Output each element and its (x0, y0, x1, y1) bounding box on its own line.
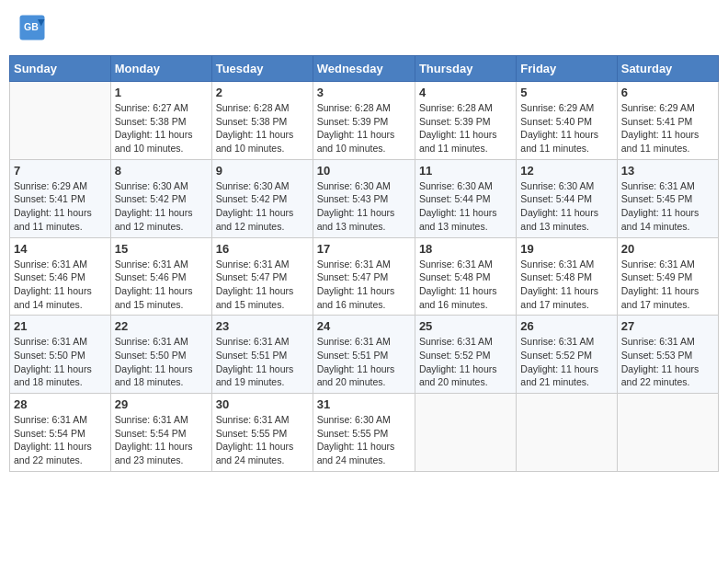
calendar-cell: 22Sunrise: 6:31 AMSunset: 5:50 PMDayligh… (110, 316, 211, 394)
logo-icon: GB (18, 14, 46, 41)
calendar-cell: 27Sunrise: 6:31 AMSunset: 5:53 PMDayligh… (617, 316, 718, 394)
day-number: 1 (115, 86, 208, 99)
calendar-header-wednesday: Wednesday (313, 56, 415, 82)
day-number: 19 (520, 242, 612, 256)
day-number: 18 (419, 242, 512, 256)
calendar-cell: 3Sunrise: 6:28 AMSunset: 5:39 PMDaylight… (313, 82, 415, 160)
calendar-header-friday: Friday (517, 56, 617, 82)
day-number: 28 (14, 397, 107, 411)
calendar-cell: 5Sunrise: 6:29 AMSunset: 5:40 PMDaylight… (517, 82, 617, 160)
day-info: Sunrise: 6:31 AMSunset: 5:51 PMDaylight:… (317, 335, 411, 389)
calendar-week-3: 14Sunrise: 6:31 AMSunset: 5:46 PMDayligh… (10, 237, 719, 316)
day-number: 13 (621, 164, 714, 178)
calendar-week-4: 21Sunrise: 6:31 AMSunset: 5:50 PMDayligh… (10, 316, 719, 394)
day-number: 26 (520, 319, 612, 333)
day-number: 5 (520, 86, 612, 99)
day-number: 3 (317, 86, 411, 99)
calendar-cell: 1Sunrise: 6:27 AMSunset: 5:38 PMDaylight… (110, 82, 211, 160)
calendar-cell: 2Sunrise: 6:28 AMSunset: 5:38 PMDaylight… (211, 82, 313, 160)
day-number: 17 (317, 242, 411, 256)
day-info: Sunrise: 6:30 AMSunset: 5:55 PMDaylight:… (317, 413, 411, 467)
day-info: Sunrise: 6:31 AMSunset: 5:45 PMDaylight:… (621, 179, 714, 234)
day-number: 4 (419, 86, 512, 99)
day-number: 12 (520, 164, 612, 178)
day-info: Sunrise: 6:31 AMSunset: 5:52 PMDaylight:… (520, 335, 612, 389)
calendar-cell: 20Sunrise: 6:31 AMSunset: 5:49 PMDayligh… (617, 237, 718, 316)
calendar-table: SundayMondayTuesdayWednesdayThursdayFrid… (9, 55, 719, 472)
day-info: Sunrise: 6:30 AMSunset: 5:44 PMDaylight:… (419, 179, 512, 234)
day-info: Sunrise: 6:31 AMSunset: 5:47 PMDaylight:… (317, 258, 411, 312)
calendar-cell: 14Sunrise: 6:31 AMSunset: 5:46 PMDayligh… (10, 237, 111, 316)
calendar-cell: 18Sunrise: 6:31 AMSunset: 5:48 PMDayligh… (415, 237, 516, 316)
calendar-cell: 31Sunrise: 6:30 AMSunset: 5:55 PMDayligh… (313, 394, 415, 472)
day-number: 10 (317, 164, 411, 178)
day-number: 7 (14, 164, 107, 178)
calendar-header-sunday: Sunday (10, 56, 111, 82)
calendar-cell: 4Sunrise: 6:28 AMSunset: 5:39 PMDaylight… (415, 82, 516, 160)
day-number: 21 (14, 319, 107, 333)
calendar-cell: 30Sunrise: 6:31 AMSunset: 5:55 PMDayligh… (211, 394, 313, 472)
day-number: 2 (216, 86, 309, 99)
day-info: Sunrise: 6:31 AMSunset: 5:55 PMDaylight:… (216, 413, 309, 467)
day-info: Sunrise: 6:27 AMSunset: 5:38 PMDaylight:… (115, 101, 208, 155)
calendar-header-row: SundayMondayTuesdayWednesdayThursdayFrid… (10, 56, 719, 82)
day-number: 25 (419, 319, 512, 333)
day-info: Sunrise: 6:31 AMSunset: 5:51 PMDaylight:… (216, 335, 309, 389)
day-info: Sunrise: 6:30 AMSunset: 5:42 PMDaylight:… (216, 179, 309, 234)
calendar-cell: 6Sunrise: 6:29 AMSunset: 5:41 PMDaylight… (617, 82, 718, 160)
calendar-cell: 23Sunrise: 6:31 AMSunset: 5:51 PMDayligh… (211, 316, 313, 394)
day-info: Sunrise: 6:31 AMSunset: 5:47 PMDaylight:… (216, 258, 309, 312)
day-number: 20 (621, 242, 714, 256)
logo: GB (18, 14, 50, 41)
day-number: 6 (621, 86, 714, 99)
day-info: Sunrise: 6:29 AMSunset: 5:41 PMDaylight:… (14, 179, 107, 234)
day-info: Sunrise: 6:30 AMSunset: 5:43 PMDaylight:… (317, 179, 411, 234)
day-info: Sunrise: 6:31 AMSunset: 5:46 PMDaylight:… (115, 258, 208, 312)
calendar-cell: 17Sunrise: 6:31 AMSunset: 5:47 PMDayligh… (313, 237, 415, 316)
day-info: Sunrise: 6:30 AMSunset: 5:44 PMDaylight:… (520, 179, 612, 234)
day-number: 14 (14, 242, 107, 256)
calendar-cell: 15Sunrise: 6:31 AMSunset: 5:46 PMDayligh… (110, 237, 211, 316)
calendar-header-thursday: Thursday (415, 56, 516, 82)
calendar-header-monday: Monday (110, 56, 211, 82)
calendar-cell: 24Sunrise: 6:31 AMSunset: 5:51 PMDayligh… (313, 316, 415, 394)
day-info: Sunrise: 6:28 AMSunset: 5:39 PMDaylight:… (419, 101, 512, 155)
calendar-cell: 13Sunrise: 6:31 AMSunset: 5:45 PMDayligh… (617, 159, 718, 237)
day-number: 22 (115, 319, 208, 333)
calendar-cell (415, 394, 516, 472)
day-info: Sunrise: 6:31 AMSunset: 5:49 PMDaylight:… (621, 258, 714, 312)
day-info: Sunrise: 6:31 AMSunset: 5:50 PMDaylight:… (115, 335, 208, 389)
day-info: Sunrise: 6:28 AMSunset: 5:38 PMDaylight:… (216, 101, 309, 155)
calendar-cell: 16Sunrise: 6:31 AMSunset: 5:47 PMDayligh… (211, 237, 313, 316)
calendar-week-2: 7Sunrise: 6:29 AMSunset: 5:41 PMDaylight… (10, 159, 719, 237)
day-number: 27 (621, 319, 714, 333)
calendar-cell (517, 394, 617, 472)
day-number: 16 (216, 242, 309, 256)
day-info: Sunrise: 6:31 AMSunset: 5:50 PMDaylight:… (14, 335, 107, 389)
day-number: 11 (419, 164, 512, 178)
day-info: Sunrise: 6:31 AMSunset: 5:54 PMDaylight:… (14, 413, 107, 467)
page-header: GB (9, 9, 719, 46)
day-number: 23 (216, 319, 309, 333)
day-number: 31 (317, 397, 411, 411)
calendar-cell: 10Sunrise: 6:30 AMSunset: 5:43 PMDayligh… (313, 159, 415, 237)
calendar-cell: 21Sunrise: 6:31 AMSunset: 5:50 PMDayligh… (10, 316, 111, 394)
day-info: Sunrise: 6:31 AMSunset: 5:52 PMDaylight:… (419, 335, 512, 389)
calendar-cell: 28Sunrise: 6:31 AMSunset: 5:54 PMDayligh… (10, 394, 111, 472)
svg-text:GB: GB (24, 21, 39, 32)
day-info: Sunrise: 6:31 AMSunset: 5:54 PMDaylight:… (115, 413, 208, 467)
calendar-cell: 19Sunrise: 6:31 AMSunset: 5:48 PMDayligh… (517, 237, 617, 316)
calendar-cell: 26Sunrise: 6:31 AMSunset: 5:52 PMDayligh… (517, 316, 617, 394)
calendar-week-1: 1Sunrise: 6:27 AMSunset: 5:38 PMDaylight… (10, 82, 719, 160)
day-number: 29 (115, 397, 208, 411)
day-number: 30 (216, 397, 309, 411)
calendar-header-tuesday: Tuesday (211, 56, 313, 82)
calendar-cell: 12Sunrise: 6:30 AMSunset: 5:44 PMDayligh… (517, 159, 617, 237)
day-info: Sunrise: 6:29 AMSunset: 5:40 PMDaylight:… (520, 101, 612, 155)
calendar-cell: 29Sunrise: 6:31 AMSunset: 5:54 PMDayligh… (110, 394, 211, 472)
day-number: 8 (115, 164, 208, 178)
calendar-cell: 11Sunrise: 6:30 AMSunset: 5:44 PMDayligh… (415, 159, 516, 237)
calendar-cell: 7Sunrise: 6:29 AMSunset: 5:41 PMDaylight… (10, 159, 111, 237)
day-info: Sunrise: 6:31 AMSunset: 5:46 PMDaylight:… (14, 258, 107, 312)
calendar-cell (10, 82, 111, 160)
